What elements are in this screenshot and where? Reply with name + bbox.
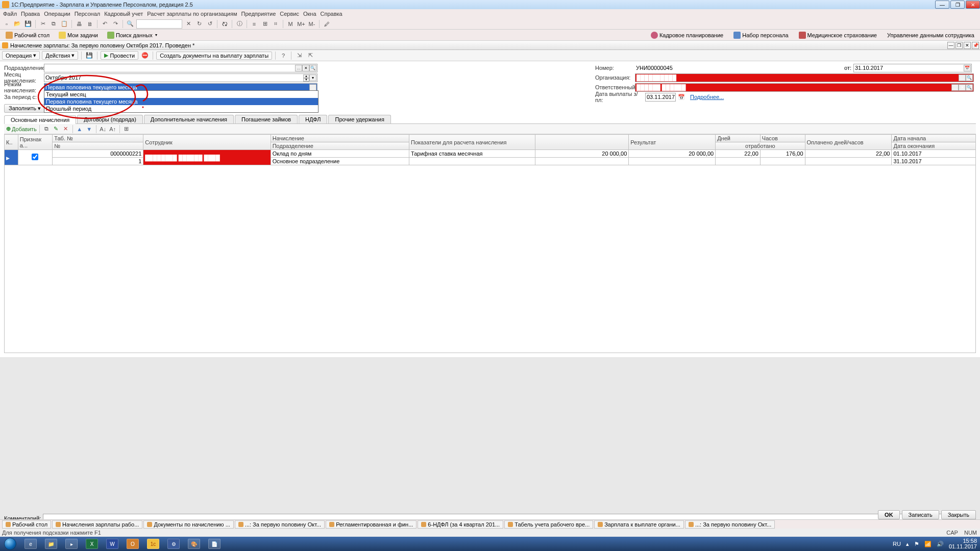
minimize-button[interactable]: — [935, 1, 949, 9]
calc-icon[interactable]: ⌗ [271, 19, 280, 29]
medical-link[interactable]: Медицинское страхование [795, 31, 880, 40]
help-icon[interactable]: ⓘ [235, 19, 244, 29]
save-button[interactable]: Записать [902, 510, 939, 519]
menu-windows[interactable]: Окна [303, 11, 316, 17]
expand-icon[interactable]: ⇲ [295, 51, 304, 60]
cell-days[interactable]: 22,00 [716, 150, 761, 158]
ellipsis-icon[interactable]: … [309, 84, 316, 91]
my-tasks-link[interactable]: Мои задачи [55, 31, 102, 40]
cell-employee[interactable]: ████████ ██████ ████ [143, 150, 271, 165]
style-icon[interactable]: 🖉 [322, 19, 331, 29]
new-icon[interactable]: ▫ [2, 19, 11, 29]
sort-asc-icon[interactable]: A↓ [99, 125, 107, 133]
desktop-link[interactable]: Рабочий стол [2, 31, 53, 40]
find-icon[interactable]: 🔍 [126, 19, 135, 29]
menu-personnel[interactable]: Персонал [75, 11, 101, 17]
doc-restore-button[interactable]: ❐ [955, 42, 963, 49]
col-attr[interactable]: Признак а... [18, 135, 52, 150]
post-button[interactable]: ▶Провести [101, 51, 138, 60]
magnifier-icon[interactable]: 🔍 [966, 84, 973, 91]
org-input[interactable]: ██████████ … 🔍 [635, 73, 974, 82]
cut-icon[interactable]: ✂ [38, 19, 47, 29]
list-icon[interactable]: ≡ [250, 19, 259, 29]
subdivision-input[interactable]: ✕ … 🔍 [44, 64, 317, 72]
menu-edit[interactable]: Правка [21, 11, 40, 17]
calendar-icon[interactable]: 📅 [964, 65, 971, 71]
col-subdiv[interactable]: Подразделение [271, 142, 409, 150]
tray-up-icon[interactable]: ▴ [906, 541, 909, 547]
tab-deductions[interactable]: Прочие удержания [328, 115, 390, 123]
app-icon[interactable]: ⚙ [163, 537, 184, 550]
add-button[interactable]: ⊕Добавить [6, 126, 37, 132]
create-pay-button[interactable]: Создать документы на выплату зарплаты [156, 52, 272, 60]
close-button[interactable]: ✕ [966, 1, 980, 9]
maximize-button[interactable]: ❐ [950, 1, 965, 9]
menu-service[interactable]: Сервис [280, 11, 299, 17]
paste-icon[interactable]: 📋 [60, 19, 69, 29]
col-paid[interactable]: Оплачено дней/часов [805, 135, 892, 150]
magnifier-icon[interactable]: 🔍 [966, 74, 973, 81]
refresh-icon[interactable]: 🗘 [220, 19, 229, 29]
col-start[interactable]: Дата начала [892, 135, 976, 142]
hr-planning-link[interactable]: Кадровое планирование [647, 31, 727, 40]
unpost-icon[interactable]: ⛔ [140, 51, 150, 60]
collapse-icon[interactable]: ⇱ [306, 51, 315, 60]
volume-icon[interactable]: 🔊 [937, 541, 944, 547]
lang-indicator[interactable]: RU [893, 541, 901, 547]
spin-down-icon[interactable]: ▼ [303, 78, 309, 82]
cell-indicator[interactable]: Тарифная ставка месячная [409, 150, 535, 158]
close-doc-button[interactable]: Закрыть [941, 510, 976, 519]
flag-icon[interactable]: ⚑ [914, 541, 919, 547]
tab-loans[interactable]: Погашение займов [235, 115, 298, 123]
row-marker[interactable]: ▶ [5, 150, 18, 165]
row-checkbox[interactable] [32, 154, 38, 160]
col-days[interactable]: Дней [716, 135, 761, 142]
paydate-input[interactable]: 03.11.2017 [645, 93, 676, 102]
window-tab[interactable]: Документы по начислению ... [143, 520, 233, 529]
month-input[interactable]: Октябрь 2017 ▲▼ ▾ [44, 73, 317, 82]
help-cmd-icon[interactable]: ? [279, 51, 288, 60]
sort-desc-icon[interactable]: A↑ [109, 125, 117, 133]
window-tab[interactable]: Начисления зарплаты рабо... [52, 520, 142, 529]
spin-up-icon[interactable]: ▲ [303, 74, 309, 78]
operation-button[interactable]: Операция ▾ [2, 51, 40, 60]
cell-subdiv[interactable]: Основное подразделение [271, 158, 409, 165]
ellipsis-icon[interactable]: … [951, 84, 959, 91]
open-icon[interactable]: 📂 [13, 19, 22, 29]
menu-file[interactable]: Файл [3, 11, 17, 17]
employee-data-link[interactable]: Управление данными сотрудника [884, 31, 978, 40]
menu-enterprise[interactable]: Предприятие [241, 11, 276, 17]
cell-ind-value[interactable]: 20 000,00 [535, 150, 629, 158]
doc-minimize-button[interactable]: — [947, 42, 954, 49]
window-tab[interactable]: 6-НДФЛ (за 4 квартал 201... [418, 520, 503, 529]
ie-icon[interactable]: e [20, 537, 41, 550]
col-k[interactable]: К.. [5, 135, 18, 150]
1c-icon[interactable]: 1c [143, 537, 163, 550]
copy-icon[interactable]: ⧉ [49, 19, 58, 29]
cell-tabno[interactable]: 0000000221 [53, 150, 143, 158]
find-next-icon[interactable]: ↻ [194, 19, 204, 29]
window-tab[interactable]: Зарплата к выплате органи... [594, 520, 684, 529]
undo-icon[interactable]: ↶ [100, 19, 109, 29]
col-no[interactable]: № [53, 142, 143, 150]
fill-button[interactable]: Заполнить ▾ [4, 104, 45, 113]
date-input[interactable]: 31.10.2017 📅 [853, 64, 972, 72]
tree-icon[interactable]: ⊞ [260, 19, 270, 29]
col-accrual[interactable]: Начисление [271, 135, 409, 142]
dropdown-icon[interactable]: ▾ [309, 74, 316, 81]
word-icon[interactable]: W [102, 537, 122, 550]
redo-icon[interactable]: ↷ [111, 19, 120, 29]
resp-input[interactable]: ██████ ██████ … ✕ 🔍 [635, 83, 974, 92]
doc-close-button[interactable]: ✕ [964, 42, 971, 49]
excel-icon[interactable]: X [82, 537, 102, 550]
actions-button[interactable]: Действия ▾ [42, 51, 78, 60]
clock[interactable]: 15:58 01.11.2017 [949, 538, 977, 549]
move-down-icon[interactable]: ▼ [85, 125, 93, 133]
menu-operations[interactable]: Операции [44, 11, 70, 17]
col-indicators[interactable]: Показатели для расчета начисления [409, 135, 535, 150]
tab-contracts[interactable]: Договоры (подряда) [77, 115, 143, 123]
menu-help[interactable]: Справка [321, 11, 342, 17]
window-tab[interactable]: Регламентированная и фин... [326, 520, 416, 529]
m-plus-icon[interactable]: M+ [297, 19, 306, 29]
find-prev-icon[interactable]: ↺ [205, 19, 214, 29]
